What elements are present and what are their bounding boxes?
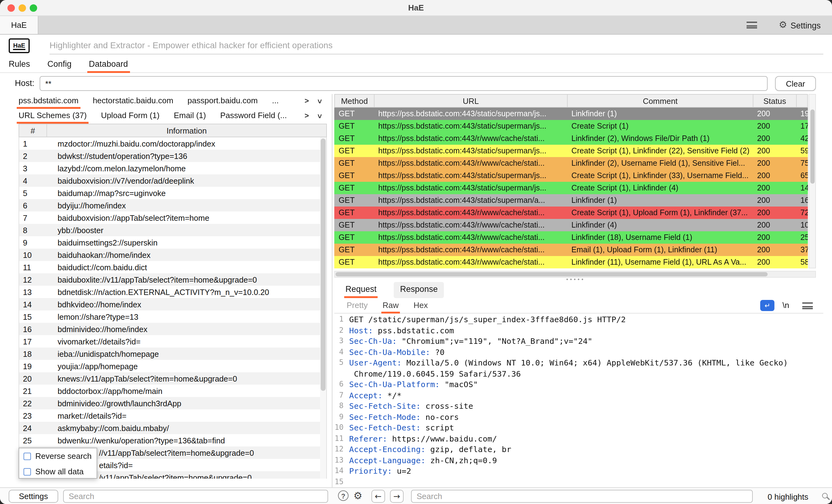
type-tab-url-schemes-37[interactable]: URL Schemes (37) (19, 109, 87, 124)
request-line: 15 (334, 476, 825, 486)
http-history-row[interactable]: GEThttps://pss.bdstatic.com:443/r/www/ca… (334, 219, 808, 231)
scheme-row[interactable]: 7baiduboxvision://appTab/select?item=hom… (19, 212, 326, 224)
http-history-row[interactable]: GEThttps://pss.bdstatic.com:443/static/s… (334, 169, 808, 182)
type-tab-upload-form-1[interactable]: Upload Form (1) (101, 109, 159, 124)
settings-menu-label[interactable]: Settings (790, 21, 821, 30)
http-history-row[interactable]: GEThttps://pss.bdstatic.com:443/static/s… (334, 145, 808, 157)
split-handle[interactable]: ••••• (557, 276, 594, 283)
scheme-row[interactable]: 5baidumap://map?src=uginvoke (19, 187, 326, 199)
editor-gear-icon[interactable]: ⚙ (354, 490, 362, 502)
tab-scroll-right-icon[interactable]: > (305, 111, 309, 120)
app-subtitle: Highlighter and Extractor - Empower ethi… (50, 37, 823, 50)
http-history-row[interactable]: GEThttps://pss.bdstatic.com:443/r/www/ca… (334, 157, 808, 169)
col-header-method[interactable]: Method (335, 94, 374, 107)
length-cell: 75 (796, 159, 808, 168)
http-history-row[interactable]: GEThttps://pss.bdstatic.com:443/r/www/ca… (334, 244, 808, 256)
host-input[interactable] (40, 76, 768, 91)
popup-item-show-all-data[interactable]: Show all data (19, 464, 97, 479)
menu-icon[interactable] (747, 22, 757, 28)
scheme-row[interactable]: 10baiduhaokan://home/index (19, 249, 326, 261)
nav-tab-config[interactable]: Config (47, 57, 72, 73)
raw-request-view[interactable]: 1GET /static/superman/js/s_super_index-3… (334, 314, 825, 486)
checkbox-unchecked-icon[interactable] (24, 468, 31, 475)
scheme-row[interactable]: 3lazybd://com.melon.lazymelon/home (19, 162, 326, 174)
scheme-row[interactable]: 25bdwenku://wenku/operation?type=136&tab… (19, 434, 326, 447)
scheme-row[interactable]: 24askmybaby://com.baidu.mbaby/ (19, 422, 326, 434)
gear-icon[interactable]: ⚙ (779, 19, 787, 30)
scheme-row[interactable]: 16bdminivideo://home/index (19, 323, 326, 335)
http-history-row[interactable]: GEThttps://pss.bdstatic.com:443/static/s… (334, 120, 808, 132)
col-header-information[interactable]: Information (47, 124, 326, 137)
length-cell: 19 (796, 109, 808, 118)
domain-tab-passport-baidu-com[interactable]: passport.baidu.com (188, 94, 258, 109)
http-history-row[interactable]: GEThttps://pss.bdstatic.com:443/r/www/ca… (334, 206, 808, 219)
tab-request[interactable]: Request (344, 282, 378, 298)
http-history-row[interactable]: GEThttps://pss.bdstatic.com:443/static/s… (334, 182, 808, 194)
http-history-row[interactable]: GEThttps://pss.bdstatic.com:443/static/s… (334, 194, 808, 206)
col-header-status[interactable]: Status (753, 94, 797, 107)
method-cell: GET (334, 221, 374, 229)
prev-match-button[interactable]: ← (371, 490, 385, 503)
type-tab-password-field[interactable]: Password Field (... (220, 109, 287, 124)
checkbox-unchecked-icon[interactable] (24, 452, 31, 460)
scheme-row[interactable]: 2bdwkst://student/operation?type=136 (19, 150, 326, 162)
scheme-row[interactable]: 13bdnetdisk://n/action.EXTERNAL_ACTIVITY… (19, 286, 326, 298)
scheme-row[interactable]: 17vivomarket://details?id= (19, 335, 326, 347)
scheme-row[interactable]: 12baiduboxlite://v11/appTab/select?item=… (19, 273, 326, 286)
scheme-row[interactable]: 14bdhkvideo://home/index (19, 298, 326, 310)
scheme-row[interactable]: 6bdyiju://home/index (19, 199, 326, 212)
tab-scroll-right-icon[interactable]: > (305, 96, 309, 105)
help-icon[interactable]: ? (338, 491, 348, 501)
domain-tab-[interactable]: ... (272, 94, 279, 109)
scheme-row[interactable]: 1mzdoctor://muzhi.baidu.com/doctorapp/in… (19, 137, 326, 150)
scheme-row[interactable]: 20knews://v11/appTab/select?item=home&up… (19, 372, 326, 385)
type-tab-email-1[interactable]: Email (1) (174, 109, 206, 124)
request-line: 2Host: pss.bdstatic.com (334, 325, 825, 336)
nav-tab-rules[interactable]: Rules (9, 57, 30, 73)
http-history-row[interactable]: GEThttps://pss.bdstatic.com:443/static/s… (334, 108, 808, 120)
tab-list-dropdown-icon[interactable]: > (315, 114, 324, 118)
row-information: vivomarket://details?id= (47, 337, 326, 346)
scheme-row[interactable]: 8ybb://booster (19, 224, 326, 236)
wrap-toggle-icon[interactable]: ↵ (760, 300, 775, 311)
request-search-input[interactable] (411, 490, 753, 503)
col-header-url[interactable]: URL (374, 94, 568, 107)
next-match-button[interactable]: → (390, 490, 404, 503)
row-information: market://details?id= (47, 411, 326, 420)
view-tab-hex[interactable]: Hex (414, 299, 428, 313)
scheme-row[interactable]: 21bddoctorbox://app/home/main (19, 385, 326, 397)
scheme-row[interactable]: 4baiduboxvision://v7/vendor/ad/deeplink (19, 174, 326, 187)
row-information: baidumap://map?src=uginvoke (47, 188, 326, 198)
scheme-search-input[interactable] (63, 490, 328, 503)
http-history-row[interactable]: GEThttps://pss.bdstatic.com:443/r/www/ca… (334, 132, 808, 145)
http-history-row[interactable]: GEThttps://pss.bdstatic.com:443/r/www/ca… (334, 231, 808, 244)
scheme-row[interactable]: 9baiduimsettings2://superskin (19, 236, 326, 249)
right-vertical-scrollbar[interactable] (808, 94, 816, 269)
newline-toggle[interactable]: \n (782, 301, 789, 310)
scheme-row[interactable]: 15lemon://share?type=13 (19, 310, 326, 323)
clear-button[interactable]: Clear (775, 76, 816, 91)
domain-tab-hectorstatic-baidu-com[interactable]: hectorstatic.baidu.com (93, 94, 173, 109)
hae-window: HaE HaE ⚙ Settings HaE Highlighter and E… (0, 0, 832, 504)
tab-response[interactable]: Response (394, 282, 444, 298)
http-history-row[interactable]: GEThttps://pss.bdstatic.com:443/r/www/ca… (334, 256, 808, 269)
scheme-row[interactable]: 18ieba://unidispatch/homepage (19, 347, 326, 360)
col-header-clipped[interactable] (797, 94, 807, 107)
domain-tab-pss-bdstatic-com[interactable]: pss.bdstatic.com (19, 94, 79, 109)
view-tab-raw[interactable]: Raw (383, 299, 399, 313)
left-vertical-scrollbar[interactable] (320, 137, 326, 479)
table-settings-button[interactable]: Settings (9, 490, 58, 503)
tab-hae[interactable]: HaE (0, 16, 38, 34)
tab-list-dropdown-icon[interactable]: > (315, 99, 324, 104)
panel-divider[interactable] (332, 94, 332, 504)
col-header-num[interactable]: # (19, 124, 47, 137)
view-tab-pretty[interactable]: Pretty (347, 299, 368, 313)
popup-item-reverse-search[interactable]: Reverse search (19, 448, 97, 464)
nav-tab-databoard[interactable]: Databoard (89, 57, 128, 73)
scheme-row[interactable]: 11baidudict://com.baidu.dict (19, 261, 326, 273)
scheme-row[interactable]: 23market://details?id= (19, 410, 326, 422)
col-header-comment[interactable]: Comment (568, 94, 753, 107)
scheme-row[interactable]: 19youjia://app/homepage (19, 360, 326, 372)
scheme-row[interactable]: 22bdminivideo://growth/launch3rdApp (19, 397, 326, 410)
editor-menu-icon[interactable] (802, 302, 813, 309)
